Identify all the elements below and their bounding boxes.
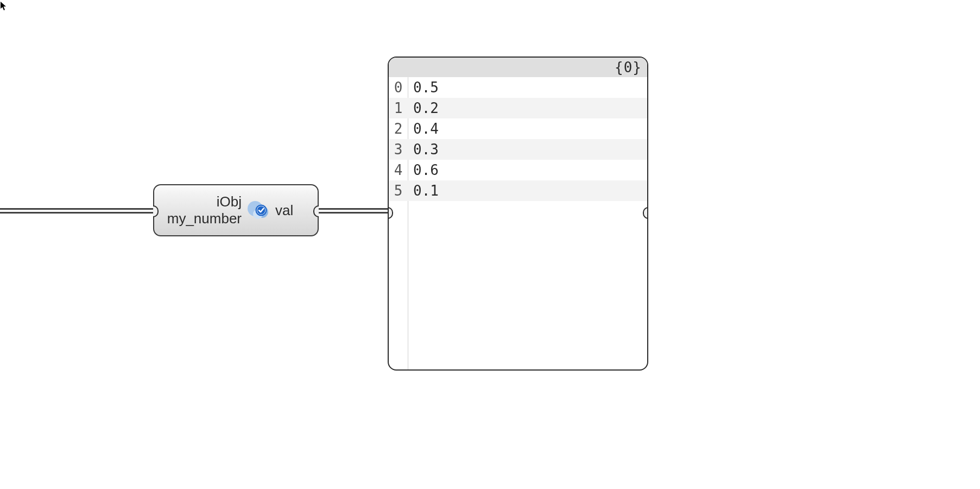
component-icon[interactable]	[245, 198, 272, 223]
component-input-2-label: my_number	[167, 211, 242, 227]
panel-row-index: 1	[389, 100, 408, 116]
data-panel[interactable]: {0} 0 0.5 1 0.2 2 0.4 3 0.3 4 0.6	[388, 57, 648, 371]
panel-row-value: 0.6	[408, 162, 439, 178]
panel-row-index: 4	[389, 162, 408, 178]
panel-row[interactable]: 0 0.5	[389, 77, 647, 98]
component-output-label: val	[275, 202, 293, 219]
panel-row-value: 0.4	[408, 121, 439, 137]
panel-header: {0}	[389, 58, 647, 77]
panel-body: 0 0.5 1 0.2 2 0.4 3 0.3 4 0.6 5 0.1	[389, 77, 647, 369]
panel-row[interactable]: 5 0.1	[389, 180, 647, 201]
mouse-pointer-icon	[0, 1, 8, 11]
panel-rows: 0 0.5 1 0.2 2 0.4 3 0.3 4 0.6 5 0.1	[389, 77, 647, 201]
panel-row-index: 5	[389, 183, 408, 199]
panel-row-index: 3	[389, 141, 408, 158]
panel-row-value: 0.5	[408, 79, 439, 96]
panel-row[interactable]: 4 0.6	[389, 160, 647, 180]
panel-header-label: {0}	[615, 59, 642, 76]
component-input-1-label: iObj	[217, 194, 242, 210]
panel-row-index: 2	[389, 121, 408, 137]
panel-row[interactable]: 3 0.3	[389, 139, 647, 160]
panel-row-value: 0.1	[408, 183, 439, 199]
component-outputs: val	[272, 202, 318, 219]
component-node[interactable]: iObj my_number val	[153, 184, 319, 236]
panel-row[interactable]: 1 0.2	[389, 98, 647, 118]
panel-row-value: 0.3	[408, 141, 439, 158]
panel-row-value: 0.2	[408, 100, 439, 116]
lunchbox-check-icon	[246, 198, 271, 223]
wire-left	[0, 208, 153, 214]
component-inputs: iObj my_number	[154, 185, 245, 235]
panel-row[interactable]: 2 0.4	[389, 118, 647, 139]
panel-row-index: 0	[389, 79, 408, 96]
wire-mid	[319, 208, 388, 214]
